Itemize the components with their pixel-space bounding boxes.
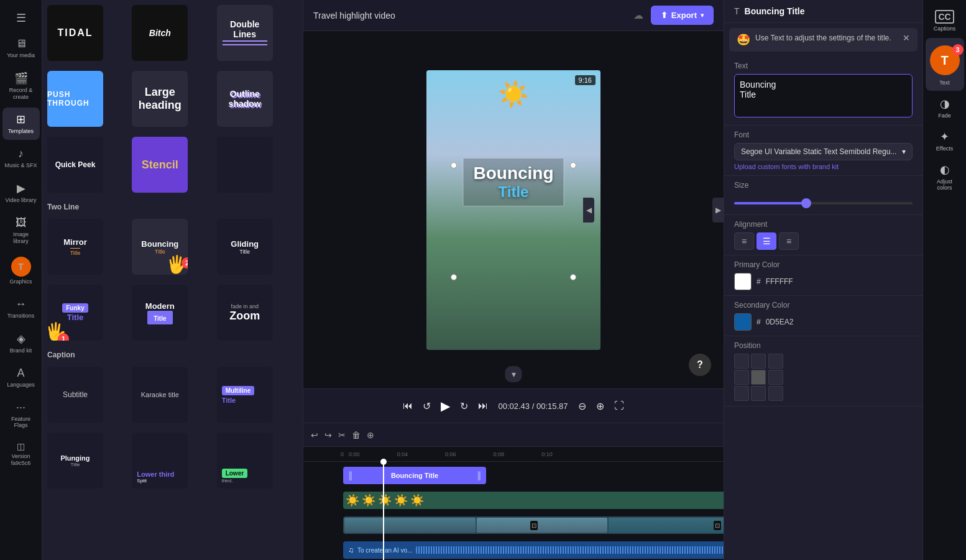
template-card-modern-zoom[interactable]: fade in and Zoom — [217, 285, 273, 341]
template-card-stencil[interactable]: Stencil — [132, 137, 188, 193]
template-card-push-through[interactable]: PUSH THROUGH — [47, 71, 103, 127]
clip-left-handle[interactable]: ‖ — [348, 470, 352, 480]
tooltip-close-button[interactable]: ✕ — [903, 33, 910, 43]
tool-label-captions: Captions — [934, 25, 956, 32]
fwd5-button[interactable]: ↻ — [460, 400, 468, 412]
pos-cell-mc[interactable] — [751, 370, 766, 385]
video-thumb-3 — [609, 518, 724, 533]
sidebar-item-templates[interactable]: ⊞ Templates — [2, 108, 40, 140]
forward-button[interactable]: ⏭ — [478, 400, 488, 411]
template-card-outline-shadow[interactable]: Outlineshadow — [217, 71, 273, 127]
pos-cell-tr[interactable] — [768, 354, 783, 369]
template-card-tidal[interactable]: TIDAL — [47, 5, 103, 61]
sidebar-item-transitions[interactable]: ↔ Transitions — [2, 293, 40, 324]
template-card-double-lines[interactable]: Double Lines — [217, 5, 273, 61]
handle-top-left[interactable] — [451, 162, 457, 168]
sidebar-item-version[interactable]: ◫ Versionfa9c5c6 — [2, 436, 40, 472]
zoom-out-button[interactable]: ⊖ — [578, 400, 586, 412]
tool-item-captions[interactable]: CC Captions — [926, 5, 964, 37]
template-card-karaoke-title[interactable]: Karaoke title — [132, 367, 188, 423]
font-selector[interactable]: Segoe UI Variable Static Text Semibold R… — [734, 143, 913, 160]
template-card-mirror-title[interactable]: Mirror Title — [47, 219, 103, 275]
template-card-modern-title[interactable]: Modern Title — [132, 285, 188, 341]
panel-collapse-button[interactable]: ◀ — [583, 198, 594, 223]
sidebar-item-image-library[interactable]: 🖼 Image library — [2, 211, 40, 250]
sun-thumb-1: ☀️ — [346, 493, 359, 507]
panel-expand-button[interactable]: ▶ — [712, 198, 724, 223]
back5-button[interactable]: ↺ — [423, 400, 431, 412]
template-card-lower-third[interactable]: Lower third Split — [132, 433, 188, 489]
sidebar-item-menu[interactable]: ☰ — [2, 6, 40, 30]
sidebar-item-video-library[interactable]: ▶ Video library — [2, 177, 40, 209]
align-center-button[interactable]: ☰ — [757, 232, 776, 250]
export-button[interactable]: ⬆ Export ▾ — [651, 6, 714, 25]
template-card-lower3[interactable]: Lower third. — [217, 433, 273, 489]
align-right-button[interactable]: ≡ — [779, 232, 799, 250]
video-clip[interactable]: ⊡ ⊡ — [343, 516, 724, 534]
cut-button[interactable]: ✂ — [338, 430, 346, 440]
sidebar-item-record-create[interactable]: 🎬 Record &create — [2, 67, 40, 106]
text-input[interactable]: Bouncing Title — [734, 74, 913, 117]
sidebar-item-your-media[interactable]: 🖥 Your media — [2, 32, 40, 64]
upload-link-text[interactable]: Upload custom fonts with brand kit — [734, 163, 913, 170]
template-card-bouncing-title[interactable]: Bouncing Title 🖐 2 — [132, 219, 188, 275]
template-card-plunging-title[interactable]: Plunging Title — [47, 433, 103, 489]
quick-peek-text: Quick Peek — [55, 160, 96, 169]
bouncing-title-overlay[interactable]: Bouncing Title — [462, 158, 564, 206]
zoom-in-button[interactable]: ⊕ — [596, 400, 604, 412]
template-card-bitch[interactable]: Bitch — [132, 5, 188, 61]
export-arrow-icon: ▾ — [701, 12, 704, 19]
delete-button[interactable]: 🗑 — [352, 430, 361, 440]
fullscreen-button[interactable]: ⛶ — [614, 400, 624, 411]
multiline-text: Title — [222, 397, 236, 404]
size-slider[interactable] — [734, 202, 913, 204]
audio-clip[interactable]: ♫ To create an AI vo... — [343, 541, 724, 559]
handle-top-right[interactable] — [570, 162, 576, 168]
template-card-large-heading[interactable]: Largeheading — [132, 71, 188, 127]
tool-item-adjust-colors[interactable]: ◐ Adjustcolors — [926, 158, 964, 196]
sidebar-item-graphics[interactable]: T Graphics — [2, 252, 40, 290]
pos-cell-bc[interactable] — [751, 386, 766, 401]
template-card-multiline-title[interactable]: Multiline Title — [217, 367, 273, 423]
pos-cell-mr[interactable] — [768, 370, 783, 385]
help-button[interactable]: ? — [689, 354, 711, 376]
pos-cell-br[interactable] — [768, 386, 783, 401]
secondary-color-label: Secondary Color — [734, 301, 913, 310]
template-card-gliding-title[interactable]: Gliding Title — [217, 219, 273, 275]
handle-bottom-left[interactable] — [451, 274, 457, 280]
handle-bottom-right[interactable] — [570, 274, 576, 280]
badge-3: 3 — [952, 44, 964, 55]
tool-item-effects[interactable]: ✦ Effects — [926, 125, 964, 157]
canvas-area: ☀️ Bouncing Title 9:16 ? ◀ ▶ — [303, 31, 724, 388]
sidebar-item-music-sfx[interactable]: ♪ Music & SFX — [2, 142, 40, 174]
pos-cell-bl[interactable] — [734, 386, 749, 401]
bouncing-title-clip[interactable]: ‖ Bouncing Title ‖ — [343, 467, 486, 484]
sidebar-item-brand-kit[interactable]: ◈ Brand kit — [2, 327, 40, 359]
align-left-button[interactable]: ≡ — [734, 232, 754, 250]
upload-custom-fonts-link[interactable]: Upload custom fonts with brand kit — [734, 163, 913, 170]
clip-right-handle[interactable]: ‖ — [477, 470, 481, 480]
template-card-funky-title[interactable]: Funky Title 🖐 1 — [47, 285, 103, 341]
ruler-mark1: 0:00 — [349, 451, 360, 457]
text-tool-avatar[interactable]: T 3 — [930, 45, 960, 75]
primary-color-swatch[interactable] — [734, 273, 752, 290]
pos-cell-ml[interactable] — [734, 370, 749, 385]
template-card-subtitle[interactable]: Subtitle — [47, 367, 103, 423]
timeline-scrubber[interactable] — [383, 462, 384, 560]
redo-button[interactable]: ↪ — [324, 430, 332, 440]
audio-music-icon: ♫ — [348, 546, 354, 554]
undo-button[interactable]: ↩ — [311, 430, 318, 440]
badge-2: 2 — [182, 257, 188, 269]
sidebar-item-feature-flags[interactable]: ··· FeatureFlags — [2, 396, 40, 434]
template-card-quick-peek[interactable]: Quick Peek — [47, 137, 103, 193]
pos-cell-tl[interactable] — [734, 354, 749, 369]
add-track-button[interactable]: ⊕ — [367, 430, 374, 440]
secondary-color-swatch[interactable] — [734, 313, 752, 331]
rewind-button[interactable]: ⏮ — [403, 400, 413, 411]
pos-cell-tc[interactable] — [751, 354, 766, 369]
tool-item-fade[interactable]: ◑ Fade — [926, 92, 964, 124]
sidebar-item-languages[interactable]: A Languages — [2, 362, 40, 393]
media-clip[interactable]: ☀️ ☀️ ☀️ ☀️ ☀️ — [343, 492, 724, 509]
tool-item-text[interactable]: T 3 Text — [926, 38, 964, 91]
play-button[interactable]: ▶ — [441, 398, 450, 413]
